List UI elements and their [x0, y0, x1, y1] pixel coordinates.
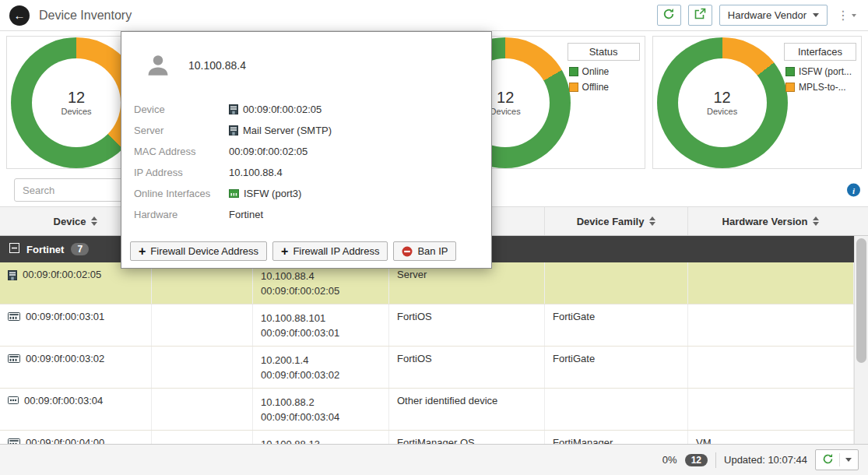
plus-icon: +	[139, 245, 146, 258]
firewall-ip-address-button[interactable]: + Firewall IP Address	[272, 241, 388, 261]
device-mac: 00:09:0f:00:03:02	[26, 353, 104, 364]
field-value-text: 10.100.88.4	[229, 167, 283, 178]
vertical-scrollbar[interactable]	[854, 236, 868, 444]
legend-item-offline[interactable]: Offline	[569, 82, 638, 93]
hardware-version-cell	[688, 262, 854, 304]
device-mac: 00:09:0f:00:03:01	[26, 311, 104, 322]
chart-panel-interfaces: 12 Devices Interfaces ISFW (port... MPLS…	[652, 36, 862, 169]
device-count: 12	[497, 89, 514, 107]
status-bar: 0% 12 Updated: 10:07:44	[0, 444, 868, 475]
refresh-button[interactable]	[657, 5, 681, 26]
ban-ip-button[interactable]: Ban IP	[393, 241, 456, 261]
ip-address: 10.100.88.13	[261, 437, 381, 444]
column-header-device-family[interactable]: Device Family	[545, 207, 688, 235]
legend-item-label: ISFW (port...	[799, 66, 852, 77]
auto-refresh-button[interactable]	[815, 449, 859, 470]
field-label: Device	[134, 104, 229, 115]
column-header-label: Hardware Version	[722, 216, 808, 227]
info-button[interactable]: i	[847, 184, 860, 197]
field-value: 10.100.88.4	[229, 167, 283, 178]
hardware-version-cell	[688, 389, 854, 430]
scrollbar-thumb[interactable]	[856, 238, 866, 363]
table-row[interactable]: 00:09:0f:00:03:01 10.100.88.101 00:09:0f…	[0, 304, 868, 347]
device-mac: 00:09:0f:00:03:04	[24, 395, 103, 406]
popup-actions: + Firewall Device Address + Firewall IP …	[130, 241, 456, 261]
field-label: Online Interfaces	[134, 188, 229, 199]
legend-item-mpls[interactable]: MPLS-to-...	[785, 82, 855, 93]
device-cell: 00:09:0f:00:04:00	[0, 431, 152, 444]
more-options-menu[interactable]: ⋮	[835, 8, 859, 23]
device-cell: 00:09:0f:00:03:02	[0, 347, 152, 388]
legend-item-isfw[interactable]: ISFW (port...	[785, 66, 855, 77]
device-family-cell: FortiManager	[545, 431, 688, 444]
column-header-hardware-version[interactable]: Hardware Version	[688, 207, 854, 235]
switch-device-icon	[8, 312, 20, 321]
address-cell: 10.200.1.4 00:09:0f:00:03:02	[253, 347, 389, 388]
legend-items: Online Offline	[568, 61, 640, 98]
group-count-badge: 7	[71, 243, 89, 255]
field-value: 00:09:0f:00:02:05	[229, 104, 322, 115]
ban-icon	[402, 246, 413, 257]
ip-address: 10.100.88.4	[261, 269, 381, 283]
endpoint-device-icon	[8, 396, 19, 404]
legend-items: ISFW (port... MPLS-to-...	[784, 61, 856, 98]
device-count-unit: Devices	[61, 107, 91, 116]
field-label: Server	[134, 125, 229, 136]
sort-icon	[813, 216, 819, 226]
progress-percent: 0%	[662, 454, 677, 466]
mac-address: 00:09:0f:00:02:05	[261, 283, 381, 298]
page-title: Device Inventory	[39, 9, 132, 23]
table-row[interactable]: 00:09:0f:00:03:02 10.200.1.4 00:09:0f:00…	[0, 347, 868, 389]
switch-device-icon	[8, 354, 20, 363]
field-value-text: Mail Server (SMTP)	[243, 125, 332, 136]
sort-icon	[649, 216, 655, 226]
mac-address: 00:09:0f:00:03:02	[261, 368, 381, 382]
table-row[interactable]: 00:09:0f:00:02:05 10.100.88.4 00:09:0f:0…	[0, 262, 868, 304]
person-icon	[145, 52, 171, 79]
button-label: Firewall Device Address	[150, 245, 258, 257]
device-family-cell: FortiGate	[545, 347, 688, 388]
sort-icon	[91, 216, 97, 226]
legend-title: Interfaces	[784, 43, 856, 61]
field-row-mac-address: MAC Address 00:09:0f:00:02:05	[134, 141, 479, 162]
cell	[152, 431, 253, 444]
table-row[interactable]: 00:09:0f:00:04:00 10.100.88.13 FortiMana…	[0, 431, 868, 444]
device-detail-popup: 10.100.88.4 Device 00:09:0f:00:02:05 Ser…	[121, 31, 492, 269]
field-row-online-interfaces: Online Interfaces ISFW (port3)	[134, 183, 479, 204]
switch-device-icon	[8, 438, 20, 444]
external-link-icon	[694, 8, 706, 23]
os-cell: FortiManager OS	[389, 431, 545, 444]
interface-icon	[229, 189, 239, 198]
address-cell: 10.100.88.2 00:09:0f:00:03:04	[253, 389, 389, 430]
device-count-unit: Devices	[490, 107, 521, 116]
top-toolbar: ← Device Inventory Hardware Vendor ⋮	[0, 0, 868, 31]
firewall-device-address-button[interactable]: + Firewall Device Address	[130, 241, 267, 261]
divider	[839, 453, 840, 466]
legend-item-online[interactable]: Online	[569, 66, 638, 77]
device-cell: 00:09:0f:00:03:01	[0, 304, 152, 346]
kebab-menu-icon: ⋮	[837, 8, 849, 23]
cell	[152, 389, 253, 430]
cell	[152, 347, 253, 388]
divider	[715, 452, 716, 468]
ip-address: 10.200.1.4	[261, 353, 381, 368]
os-cell: FortiOS	[389, 304, 545, 346]
field-row-ip-address: IP Address 10.100.88.4	[134, 162, 479, 183]
back-button[interactable]: ←	[9, 5, 30, 26]
hardware-vendor-dropdown[interactable]: Hardware Vendor	[719, 5, 828, 26]
device-count-unit: Devices	[707, 107, 737, 116]
legend-item-label: Offline	[582, 82, 609, 93]
toolbar-actions: Hardware Vendor ⋮	[657, 5, 859, 26]
table-row[interactable]: 00:09:0f:00:03:04 10.100.88.2 00:09:0f:0…	[0, 389, 868, 431]
updated-timestamp: Updated: 10:07:44	[724, 454, 807, 466]
device-cell: 00:09:0f:00:03:04	[0, 389, 152, 430]
open-in-window-button[interactable]	[688, 5, 712, 26]
field-row-server: Server Mail Server (SMTP)	[134, 120, 479, 141]
donut-chart-interfaces[interactable]: 12 Devices	[657, 37, 788, 168]
group-label: Fortinet	[26, 244, 64, 255]
hardware-version-cell: VM	[688, 431, 854, 444]
field-value: Mail Server (SMTP)	[229, 125, 332, 136]
cell	[152, 304, 253, 346]
plus-icon: +	[281, 245, 288, 258]
address-cell: 10.100.88.101 00:09:0f:00:03:01	[253, 304, 389, 346]
